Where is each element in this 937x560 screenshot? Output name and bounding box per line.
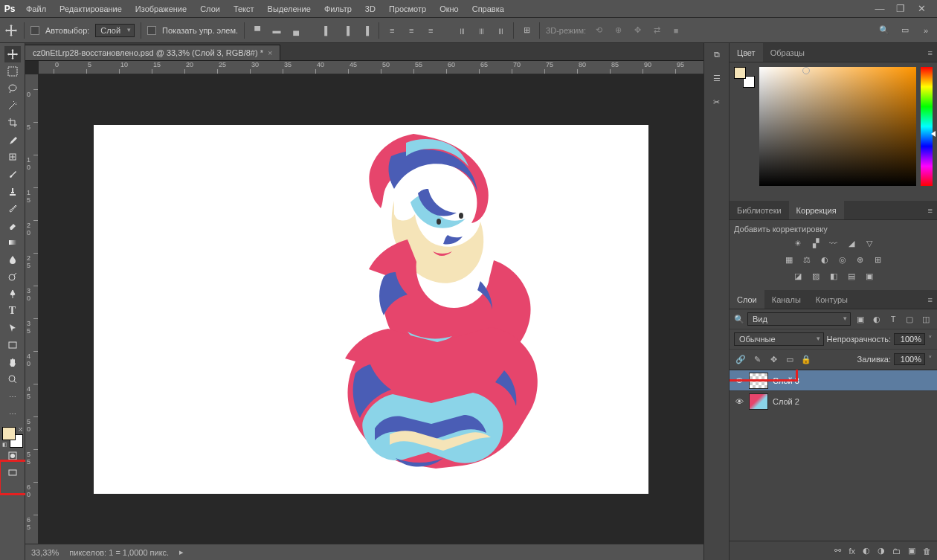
magic-wand-tool[interactable] bbox=[4, 97, 21, 114]
visibility-toggle[interactable]: 👁 bbox=[734, 397, 744, 406]
fill-input[interactable] bbox=[894, 353, 925, 365]
align-bottom-icon[interactable]: ▄ bbox=[289, 24, 303, 37]
new-fill-icon[interactable]: ◑ bbox=[878, 546, 885, 556]
pen-tool[interactable] bbox=[4, 286, 21, 302]
distribute-hcenter-icon[interactable]: ⫼ bbox=[474, 24, 488, 37]
auto-select-dropdown[interactable]: Слой bbox=[95, 24, 135, 37]
tab-libraries[interactable]: Библиотеки bbox=[730, 201, 789, 219]
horizontal-ruler[interactable]: 05101520253035404550556065707580859095 bbox=[39, 61, 703, 74]
menu-3d[interactable]: 3D bbox=[358, 0, 382, 18]
vibrance-icon[interactable]: ▽ bbox=[863, 236, 876, 250]
swap-colors-icon[interactable]: ⤭ bbox=[18, 426, 23, 433]
exposure-icon[interactable]: ◢ bbox=[845, 236, 858, 250]
more-tools-icon[interactable]: ⋯ bbox=[4, 388, 21, 405]
filter-search-icon[interactable]: 🔍 bbox=[734, 315, 744, 324]
workspace-icon[interactable]: ▭ bbox=[898, 24, 912, 37]
filter-type-icon[interactable]: T bbox=[886, 312, 900, 326]
new-group-icon[interactable]: 🗀 bbox=[892, 547, 901, 556]
document-canvas[interactable] bbox=[94, 125, 648, 494]
levels-icon[interactable]: ▞ bbox=[809, 236, 822, 250]
filter-shape-icon[interactable]: ▢ bbox=[903, 312, 916, 326]
eyedropper-tool[interactable] bbox=[4, 132, 21, 148]
path-select-tool[interactable] bbox=[4, 320, 21, 336]
color-swatches[interactable]: ⤭ ◧ bbox=[2, 427, 23, 448]
hand-tool[interactable] bbox=[4, 354, 21, 370]
align-right-icon[interactable]: ▐ bbox=[359, 24, 373, 37]
lock-all-icon[interactable]: 🔒 bbox=[799, 353, 813, 366]
threshold-icon[interactable]: ◧ bbox=[827, 269, 840, 283]
mini-fg-color[interactable] bbox=[734, 67, 746, 79]
move-tool[interactable] bbox=[4, 46, 21, 62]
saturation-value-picker[interactable] bbox=[759, 67, 916, 186]
distribute-vcenter-icon[interactable]: ≡ bbox=[405, 24, 418, 37]
gradient-map-icon[interactable]: ▤ bbox=[845, 269, 858, 283]
curves-icon[interactable]: 〰 bbox=[827, 236, 840, 250]
canvas-area[interactable] bbox=[39, 74, 703, 544]
blur-tool[interactable] bbox=[4, 251, 21, 268]
hue-slider[interactable] bbox=[921, 67, 933, 186]
edit-toolbar-icon[interactable]: ⋯ bbox=[4, 405, 21, 422]
marquee-tool[interactable] bbox=[4, 63, 21, 80]
invert-icon[interactable]: ◪ bbox=[791, 269, 805, 283]
layer-list[interactable]: 👁 Слой 3 👁 Слой 2 bbox=[730, 370, 937, 541]
document-tab[interactable]: cz0nEtLrp28-восстановлено.psd @ 33,3% (С… bbox=[25, 45, 280, 60]
channel-mixer-icon[interactable]: ⊕ bbox=[854, 253, 867, 266]
tab-layers[interactable]: Слои bbox=[730, 290, 764, 309]
character-panel-icon[interactable]: ✂ bbox=[710, 95, 724, 109]
lock-link-icon[interactable]: 🔗 bbox=[734, 353, 747, 366]
brightness-icon[interactable]: ☀ bbox=[791, 236, 805, 250]
lock-artboard-icon[interactable]: ▭ bbox=[783, 353, 796, 366]
layer-filter-dropdown[interactable]: Вид bbox=[747, 312, 851, 326]
minimize-button[interactable]: — bbox=[875, 4, 885, 14]
search-icon[interactable]: 🔍 bbox=[878, 24, 891, 37]
menu-help[interactable]: Справка bbox=[466, 0, 511, 18]
status-info[interactable]: пикселов: 1 = 1,0000 пикс. bbox=[69, 548, 169, 557]
blend-mode-dropdown[interactable]: Обычные bbox=[734, 332, 824, 346]
menu-edit[interactable]: Редактирование bbox=[53, 0, 129, 18]
panel-menu-icon[interactable]: ≡ bbox=[924, 206, 937, 215]
distribute-left-icon[interactable]: ⫼ bbox=[455, 24, 468, 37]
panel-menu-icon[interactable]: ≡ bbox=[924, 295, 937, 304]
brush-tool[interactable] bbox=[4, 166, 21, 182]
distribute-bottom-icon[interactable]: ≡ bbox=[424, 24, 437, 37]
lock-pixels-icon[interactable]: ✎ bbox=[750, 353, 764, 366]
foreground-color[interactable] bbox=[2, 427, 16, 440]
zoom-level[interactable]: 33,33% bbox=[31, 548, 59, 557]
zoom-tool[interactable] bbox=[4, 371, 21, 387]
layer-fx-icon[interactable]: fx bbox=[849, 547, 855, 556]
tab-swatches[interactable]: Образцы bbox=[763, 43, 812, 62]
crop-tool[interactable] bbox=[4, 115, 21, 131]
layer-name[interactable]: Слой 2 bbox=[773, 397, 799, 406]
filter-adjust-icon[interactable]: ◐ bbox=[870, 312, 883, 326]
hue-sat-icon[interactable]: ▦ bbox=[782, 253, 796, 266]
auto-align-icon[interactable]: ⊞ bbox=[520, 24, 533, 37]
new-layer-icon[interactable]: ▣ bbox=[908, 546, 915, 556]
menu-view[interactable]: Просмотр bbox=[382, 0, 433, 18]
menu-select[interactable]: Выделение bbox=[261, 0, 318, 18]
menu-layers[interactable]: Слои bbox=[193, 0, 227, 18]
menu-file[interactable]: Файл bbox=[19, 0, 53, 18]
history-panel-icon[interactable]: ⧉ bbox=[710, 48, 724, 61]
rectangle-tool[interactable] bbox=[4, 337, 21, 353]
link-layers-icon[interactable]: ⚯ bbox=[834, 546, 841, 556]
gradient-tool[interactable] bbox=[4, 234, 21, 251]
align-top-icon[interactable]: ▀ bbox=[251, 24, 264, 37]
posterize-icon[interactable]: ▨ bbox=[809, 269, 822, 283]
dodge-tool[interactable] bbox=[4, 268, 21, 285]
filter-smart-icon[interactable]: ◫ bbox=[919, 312, 933, 326]
show-controls-checkbox[interactable] bbox=[147, 26, 156, 35]
photo-filter-icon[interactable]: ◎ bbox=[836, 253, 849, 266]
maximize-button[interactable]: ❐ bbox=[895, 4, 906, 14]
history-brush-tool[interactable] bbox=[4, 200, 21, 216]
eraser-tool[interactable] bbox=[4, 217, 21, 234]
menu-image[interactable]: Изображение bbox=[129, 0, 193, 18]
layer-thumbnail[interactable] bbox=[749, 393, 768, 410]
delete-layer-icon[interactable]: 🗑 bbox=[923, 547, 931, 556]
default-colors-icon[interactable]: ◧ bbox=[2, 442, 7, 448]
align-left-icon[interactable]: ▌ bbox=[321, 24, 334, 37]
healing-tool[interactable] bbox=[4, 149, 21, 165]
menu-text[interactable]: Текст bbox=[227, 0, 261, 18]
close-button[interactable]: ✕ bbox=[916, 4, 927, 14]
bw-icon[interactable]: ◐ bbox=[818, 253, 831, 266]
color-mini-swatches[interactable] bbox=[734, 67, 755, 88]
